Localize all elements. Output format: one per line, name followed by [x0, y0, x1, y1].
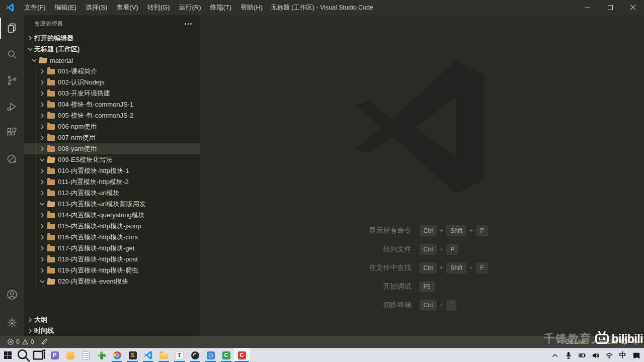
section-outline[interactable]: 大纲	[24, 314, 200, 325]
yellow-app[interactable]	[62, 348, 78, 362]
settings-button[interactable]	[0, 310, 24, 336]
shortcut-label: 切换终端	[314, 301, 420, 310]
open-folder-icon	[39, 58, 47, 63]
task-view-button[interactable]	[31, 348, 47, 362]
folder-name: 018-内置模块-http模块-post	[58, 255, 138, 264]
start-button[interactable]	[0, 348, 16, 362]
activity-circle-slash-button[interactable]	[0, 146, 24, 172]
folder-name: 004-模块-包-commonJS-1	[58, 100, 133, 109]
search-icon	[6, 48, 18, 60]
menu-item[interactable]: 帮助(H)	[236, 0, 267, 15]
folder-icon	[47, 102, 55, 108]
menu-item[interactable]: 运行(R)	[174, 0, 205, 15]
chevron-icon	[38, 101, 46, 109]
tray-expand-button[interactable]	[548, 348, 561, 362]
tree-item-folder[interactable]: 018-内置模块-http模块-post	[24, 254, 200, 265]
tree-root-material[interactable]: material	[24, 55, 200, 66]
section-open-editors[interactable]: 打开的编辑器	[24, 33, 200, 44]
tree-item-folder[interactable]: 001-课程简介	[24, 66, 200, 77]
activity-source-control-button[interactable]	[0, 67, 24, 94]
problems-status[interactable]: 0 0	[5, 336, 36, 348]
tree-item-folder[interactable]: 007-nrm使用	[24, 132, 200, 143]
shortcut-row: 开始调试 F5	[314, 281, 530, 292]
purple-p-app[interactable]: P	[47, 348, 62, 362]
plus-separator: +	[469, 227, 473, 234]
screencast-button[interactable]	[619, 336, 630, 348]
chevron-icon	[38, 112, 46, 120]
section-workspace[interactable]: 无标题 (工作区)	[24, 44, 200, 55]
chrome[interactable]	[109, 348, 125, 362]
search-button[interactable]	[16, 348, 31, 362]
tree-item-folder[interactable]: 011-内置模块-http模块-2	[24, 176, 200, 188]
folder-icon	[47, 235, 55, 240]
wifi-tray-button[interactable]	[602, 348, 616, 362]
tree-item-folder[interactable]: 015-内置模块-http模块-jsonp	[24, 221, 200, 232]
chevron-icon	[38, 145, 46, 153]
folder-icon	[47, 124, 55, 130]
vscode[interactable]	[140, 348, 156, 362]
chevron-icon	[38, 189, 46, 197]
task-view-icon	[31, 347, 47, 362]
swirl-app[interactable]	[187, 348, 203, 362]
volume-tray-button[interactable]	[589, 348, 602, 362]
activity-run-debug-button[interactable]	[0, 94, 24, 120]
accounts-button[interactable]	[0, 282, 24, 308]
tree-item-folder[interactable]: 020-内置模块-event模块	[24, 276, 200, 287]
tree-item-folder[interactable]: 016-内置模块-http模块-cors	[24, 232, 200, 243]
tree-item-folder[interactable]: 014-内置模块-querystring模块	[24, 210, 200, 221]
tree-item-folder[interactable]: 017-内置模块-http模块-get	[24, 243, 200, 254]
activity-explorer-button[interactable]	[0, 15, 24, 41]
folder-icon	[47, 146, 55, 152]
red-c-app[interactable]: C	[234, 348, 250, 362]
green-c-app[interactable]: C	[218, 348, 234, 362]
go-live-button[interactable]: Go Live	[554, 336, 588, 348]
run-debug-icon	[6, 101, 18, 113]
microphone-tray-button[interactable]	[561, 348, 575, 362]
tree-item-folder[interactable]: 002-认识Nodejs	[24, 77, 200, 88]
folder-icon	[47, 213, 55, 218]
menu-item[interactable]: 编辑(E)	[50, 0, 81, 15]
action-center-button[interactable]	[629, 348, 643, 362]
activity-search-button[interactable]	[0, 41, 24, 67]
tree-item-folder[interactable]: 012-内置模块-url模块	[24, 188, 200, 199]
more-actions-icon[interactable]	[183, 21, 194, 27]
menu-item[interactable]: 选择(S)	[81, 0, 112, 15]
keycap: `	[446, 300, 456, 311]
activity-extensions-button[interactable]	[0, 120, 24, 146]
tree-item-folder[interactable]: 004-模块-包-commonJS-1	[24, 99, 200, 110]
menu-item[interactable]: 终端(T)	[205, 0, 236, 15]
notifications-button[interactable]	[630, 336, 641, 348]
close-button[interactable]	[621, 0, 644, 15]
folder-name: 020-内置模块-event模块	[58, 277, 128, 286]
menu-item[interactable]: 查看(V)	[112, 0, 142, 15]
folder-name: 011-内置模块-http模块-2	[58, 177, 129, 187]
eslint-status-button[interactable]: ESLint	[588, 336, 619, 348]
blue-app[interactable]	[203, 348, 218, 362]
green-flower-app[interactable]	[94, 348, 109, 362]
tree-item-folder[interactable]: 006-npm使用	[24, 121, 200, 132]
maximize-button[interactable]	[599, 0, 621, 15]
tree-item-folder[interactable]: 013-内置模块-url模块新版用发	[24, 199, 200, 210]
dark-s-app[interactable]: S	[125, 348, 140, 362]
tree-item-folder[interactable]: 009-ES模块化写法	[24, 154, 200, 165]
ime-indicator[interactable]: 中	[616, 348, 629, 362]
chevron-icon	[38, 222, 46, 230]
minimize-button[interactable]	[576, 0, 599, 15]
keycap: P	[476, 225, 488, 236]
battery-tray-button[interactable]	[575, 348, 589, 362]
typora[interactable]: T	[172, 348, 187, 362]
section-timeline[interactable]: 时间线	[24, 325, 200, 336]
tree-item-folder[interactable]: 008-yarn使用	[24, 143, 200, 154]
menu-item[interactable]: 转到(G)	[143, 0, 175, 15]
chevron-icon	[38, 266, 46, 275]
file-explorer[interactable]	[156, 348, 172, 362]
tree-item-folder[interactable]: 003-开发环境搭建	[24, 88, 200, 99]
tree-item-folder[interactable]: 019-内置模块-http模块-爬虫	[24, 265, 200, 276]
rocket-status-button[interactable]	[39, 336, 50, 348]
chevron-down-icon	[38, 156, 46, 164]
menu-item[interactable]: 文件(F)	[20, 0, 50, 15]
title-bar: 文件(F)编辑(E)选择(S)查看(V)转到(G)运行(R)终端(T)帮助(H)…	[0, 0, 644, 15]
tree-item-folder[interactable]: 005-模块-包-commonJS-2	[24, 110, 200, 121]
notebook-app[interactable]	[78, 348, 94, 362]
tree-item-folder[interactable]: 010-内置模块-http模块-1	[24, 165, 200, 176]
